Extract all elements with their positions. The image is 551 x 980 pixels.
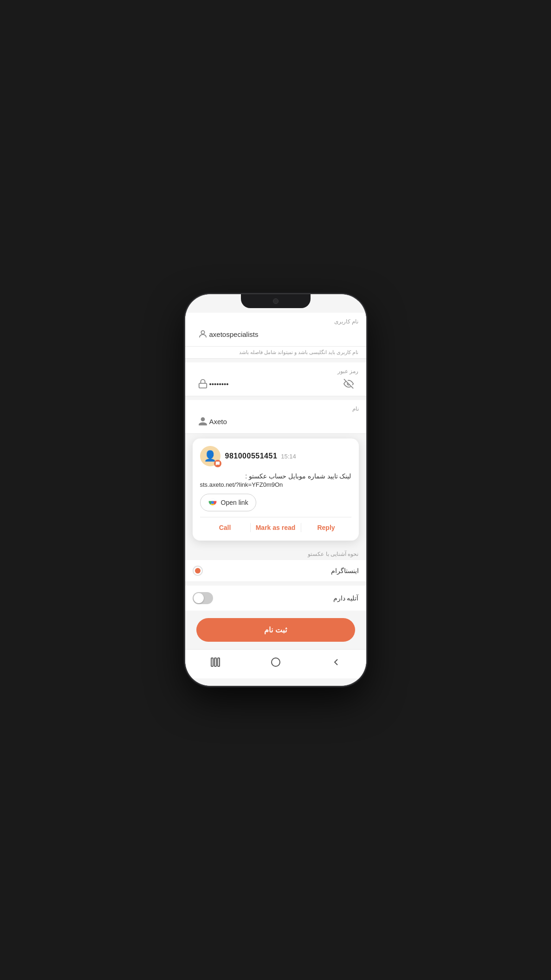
- portfolio-row: آتلیه دارم: [185, 586, 366, 611]
- sms-header: 👤 981000551451 15:14: [200, 446, 351, 466]
- open-link-btn[interactable]: Open link: [200, 494, 256, 511]
- sms-avatar: 👤: [200, 446, 220, 466]
- person-icon: [196, 415, 209, 428]
- front-camera: [273, 298, 279, 304]
- open-link-label: Open link: [221, 499, 248, 506]
- name-label: نام: [193, 406, 359, 412]
- phone-frame: نام کاربری نام کاربری باید انگلیسی باشد …: [185, 294, 366, 686]
- chrome-icon: [208, 498, 217, 507]
- sms-popup: 👤 981000551451 15:14 لینک تایید شماره مو…: [193, 438, 359, 541]
- username-field-row: [193, 328, 359, 341]
- portfolio-label: آتلیه دارم: [333, 594, 359, 602]
- password-section: رمز عبور: [185, 362, 366, 396]
- sms-body: لینک تایید شماره موبایل حساب عکستو : sts…: [200, 471, 351, 488]
- svg-point-4: [211, 501, 214, 504]
- username-field-container: نام کاربری: [185, 313, 366, 347]
- username-input[interactable]: [209, 330, 359, 338]
- svg-point-8: [272, 658, 280, 666]
- password-input[interactable]: [209, 380, 342, 388]
- recents-nav-button[interactable]: [208, 655, 222, 669]
- name-input[interactable]: [209, 418, 359, 426]
- sms-number: 981000551451: [225, 452, 278, 460]
- password-field-container: رمز عبور: [185, 362, 366, 396]
- bottom-navigation: [185, 649, 366, 678]
- toggle-knob: [194, 593, 204, 603]
- screen: نام کاربری نام کاربری باید انگلیسی باشد …: [185, 294, 366, 686]
- screen-content: نام کاربری نام کاربری باید انگلیسی باشد …: [185, 294, 366, 686]
- radio-button-instagram[interactable]: [193, 566, 203, 576]
- svg-point-0: [201, 331, 204, 334]
- user-icon: [196, 328, 209, 341]
- sms-bubble-indicator: [214, 460, 221, 467]
- password-field-row: [193, 377, 359, 390]
- username-section: نام کاربری نام کاربری باید انگلیسی باشد …: [185, 313, 366, 359]
- call-button[interactable]: Call: [200, 522, 250, 533]
- register-button-label: ثبت نام: [264, 626, 286, 634]
- svg-rect-5: [211, 658, 213, 666]
- instagram-option[interactable]: اینستاگرام: [185, 560, 366, 582]
- name-field-row: [193, 415, 359, 428]
- home-nav-button[interactable]: [269, 655, 283, 669]
- name-field-container: نام: [185, 400, 366, 434]
- username-hint: نام کاربری باید انگلیسی باشد و نمیتواند …: [185, 347, 366, 359]
- sms-link-text: sts.axeto.net/?link=YFZ0m9On: [200, 481, 351, 488]
- svg-rect-7: [218, 658, 220, 666]
- svg-rect-1: [199, 383, 207, 388]
- username-label: نام کاربری: [193, 318, 359, 325]
- eye-slash-icon[interactable]: [342, 377, 355, 390]
- how-know-section: نحوه آشنایی با عکستو اینستاگرام: [185, 545, 366, 582]
- register-button[interactable]: ثبت نام: [196, 618, 355, 642]
- lock-icon: [196, 377, 209, 390]
- sms-actions: Call Mark as read Reply: [200, 517, 351, 533]
- how-know-label: نحوه آشنایی با عکستو: [185, 545, 366, 560]
- name-section: نام: [185, 400, 366, 434]
- radio-selected: [195, 568, 201, 574]
- sms-info: 981000551451 15:14: [225, 452, 351, 460]
- sms-text-farsi: لینک تایید شماره موبایل حساب عکستو :: [200, 471, 351, 481]
- sms-time: 15:14: [281, 453, 296, 460]
- sms-number-row: 981000551451 15:14: [225, 452, 351, 460]
- portfolio-toggle[interactable]: [193, 592, 213, 604]
- sms-contact-icon: 👤: [204, 450, 216, 462]
- password-label: رمز عبور: [193, 368, 359, 374]
- svg-rect-6: [214, 658, 216, 666]
- reply-button[interactable]: Reply: [301, 522, 351, 533]
- back-nav-button[interactable]: [329, 655, 343, 669]
- instagram-label: اینستاگرام: [331, 567, 359, 574]
- notch: [241, 294, 311, 308]
- mark-as-read-button[interactable]: Mark as read: [251, 522, 301, 533]
